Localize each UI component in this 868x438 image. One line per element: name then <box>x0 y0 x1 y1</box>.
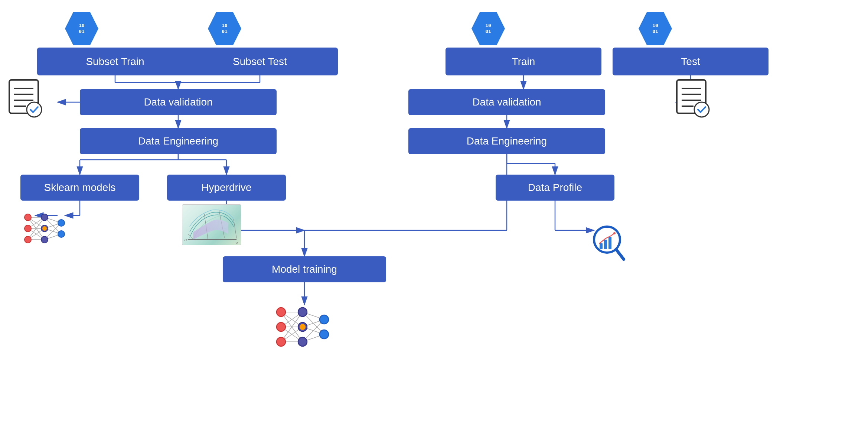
svg-line-98 <box>616 250 624 259</box>
svg-point-63 <box>25 236 31 243</box>
svg-point-96 <box>300 324 306 330</box>
diagram: 10 01 10 01 10 01 10 01 Subset Tr <box>0 0 868 438</box>
data-engineering-right-box[interactable]: Data Engineering <box>408 128 605 154</box>
test-box[interactable]: Test <box>613 48 769 75</box>
svg-rect-101 <box>608 237 611 249</box>
svg-point-39 <box>27 102 42 117</box>
svg-point-45 <box>694 102 709 117</box>
subset-test-box[interactable]: Subset Test <box>182 48 338 75</box>
hex-icon-4: 10 01 <box>639 12 672 45</box>
hex-icon-2: 10 01 <box>208 12 241 45</box>
train-box[interactable]: Train <box>446 48 601 75</box>
svg-point-61 <box>25 214 31 221</box>
3d-plot-thumbnail: x2 x1 <box>182 204 241 245</box>
svg-point-95 <box>320 330 329 339</box>
neural-icon-center <box>273 303 332 353</box>
neural-icon-left <box>20 210 69 249</box>
svg-text:x2: x2 <box>184 239 187 242</box>
data-profile-box[interactable]: Data Profile <box>496 175 614 201</box>
data-engineering-left-box[interactable]: Data Engineering <box>80 128 277 154</box>
svg-point-64 <box>41 214 48 221</box>
sklearn-models-box[interactable]: Sklearn models <box>20 175 139 201</box>
subset-train-box[interactable]: Subset Train <box>37 48 193 75</box>
svg-rect-99 <box>600 243 603 249</box>
svg-point-93 <box>298 337 307 346</box>
svg-rect-100 <box>604 240 607 249</box>
data-validation-left-box[interactable]: Data validation <box>80 89 277 115</box>
hex-icon-3: 10 01 <box>471 12 505 45</box>
document-icon-left <box>7 78 48 119</box>
svg-point-89 <box>277 322 285 331</box>
svg-point-66 <box>41 236 48 243</box>
data-validation-right-box[interactable]: Data validation <box>408 89 605 115</box>
svg-point-102 <box>613 232 616 234</box>
svg-point-91 <box>298 308 307 317</box>
svg-point-62 <box>25 225 31 232</box>
magnifier-icon <box>587 223 627 265</box>
svg-point-68 <box>58 231 65 237</box>
svg-point-90 <box>277 337 285 346</box>
svg-text:x1: x1 <box>235 241 238 245</box>
model-training-box[interactable]: Model training <box>223 256 386 282</box>
hyperdrive-box[interactable]: Hyperdrive <box>167 175 286 201</box>
svg-point-88 <box>277 308 285 317</box>
document-icon-right <box>675 78 716 119</box>
hex-icon-1: 10 01 <box>65 12 98 45</box>
svg-point-69 <box>42 226 47 231</box>
svg-point-67 <box>58 220 65 226</box>
svg-point-94 <box>320 315 329 324</box>
